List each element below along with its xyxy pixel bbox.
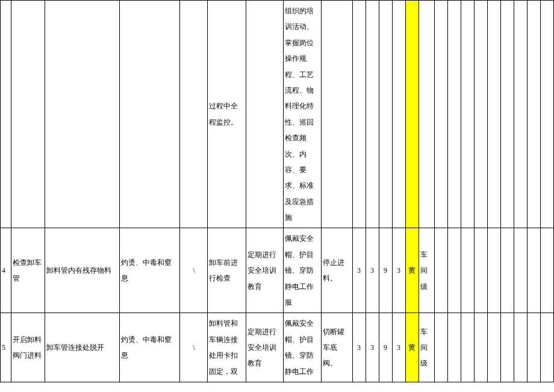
cell	[434, 1, 447, 228]
cell: 9	[379, 313, 392, 382]
cell: 灼烫、中毒和窒息	[120, 313, 180, 382]
cell	[540, 313, 553, 382]
cell	[540, 1, 553, 228]
risk-table: 过程中全程监控。 组织的培训活动、掌握岗位操作规程、工艺流程、物料理化特性、巡回…	[0, 0, 554, 382]
cell: 3	[352, 228, 366, 313]
cell: 过程中全程监控。	[208, 1, 246, 228]
cell	[487, 313, 500, 382]
cell: 卸车管连接处脱开	[45, 313, 120, 382]
cell: 卸料管内有残存物料	[45, 228, 120, 313]
cell	[447, 228, 461, 313]
cell	[500, 1, 514, 228]
cell	[474, 1, 487, 228]
cell	[461, 1, 474, 228]
cell	[120, 1, 180, 228]
cell: \	[180, 228, 208, 313]
cell: 灼烫、中毒和窒息	[120, 228, 180, 313]
cell: 佩戴安全帽、护目镜、穿防静电工作服	[284, 228, 321, 313]
cell: 组织的培训活动、掌握岗位操作规程、工艺流程、物料理化特性、巡回检查频次、内容、要…	[284, 1, 321, 228]
cell	[366, 1, 379, 228]
table-row: 4 检查卸车管 卸料管内有残存物料 灼烫、中毒和窒息 \ 卸车前进行检查 定期进…	[1, 228, 554, 313]
cell	[514, 313, 527, 382]
table-row: 5 开启卸料阀门进料 卸车管连接处脱开 灼烫、中毒和窒息 \ 卸料管和车辆连接处…	[1, 313, 554, 382]
cell: 9	[379, 228, 392, 313]
cell	[447, 1, 461, 228]
cell: 佩戴安全帽、护目镜、穿防静电工作	[284, 313, 321, 382]
cell: 定期进行安全培训教育	[246, 313, 284, 382]
cell	[540, 228, 553, 313]
cell-num: 4	[1, 228, 11, 313]
cell: 3	[392, 313, 405, 382]
cell-color: 黄	[405, 313, 419, 382]
cell	[487, 228, 500, 313]
cell	[474, 313, 487, 382]
cell-color	[405, 1, 419, 228]
cell: 卸料管和车辆连接处用卡扣固定，双	[208, 313, 246, 382]
cell: 车间级	[419, 228, 434, 313]
cell	[11, 1, 45, 228]
cell: 停止进料。	[321, 228, 352, 313]
cell: 检查卸车管	[11, 228, 45, 313]
cell: \	[180, 313, 208, 382]
cell: 车间级	[419, 313, 434, 382]
cell	[461, 313, 474, 382]
cell	[246, 1, 284, 228]
cell	[45, 1, 120, 228]
table-row: 过程中全程监控。 组织的培训活动、掌握岗位操作规程、工艺流程、物料理化特性、巡回…	[1, 1, 554, 228]
cell	[434, 313, 447, 382]
cell	[392, 1, 405, 228]
cell-num: 5	[1, 313, 11, 382]
cell	[434, 228, 447, 313]
cell	[527, 228, 540, 313]
cell: 定期进行安全培训教育	[246, 228, 284, 313]
cell	[527, 313, 540, 382]
cell	[352, 1, 366, 228]
cell	[379, 1, 392, 228]
cell: 3	[352, 313, 366, 382]
cell	[180, 1, 208, 228]
cell	[447, 313, 461, 382]
cell	[500, 228, 514, 313]
cell	[527, 1, 540, 228]
cell: 3	[366, 313, 379, 382]
cell: 卸车前进行检查	[208, 228, 246, 313]
cell: 开启卸料阀门进料	[11, 313, 45, 382]
cell	[500, 313, 514, 382]
cell	[474, 228, 487, 313]
cell	[419, 1, 434, 228]
cell	[321, 1, 352, 228]
cell	[514, 1, 527, 228]
cell: 3	[392, 228, 405, 313]
cell	[514, 228, 527, 313]
cell-color: 黄	[405, 228, 419, 313]
cell: 切断罐车底阀。	[321, 313, 352, 382]
cell-num	[1, 1, 11, 228]
cell: 3	[366, 228, 379, 313]
cell	[487, 1, 500, 228]
cell	[461, 228, 474, 313]
